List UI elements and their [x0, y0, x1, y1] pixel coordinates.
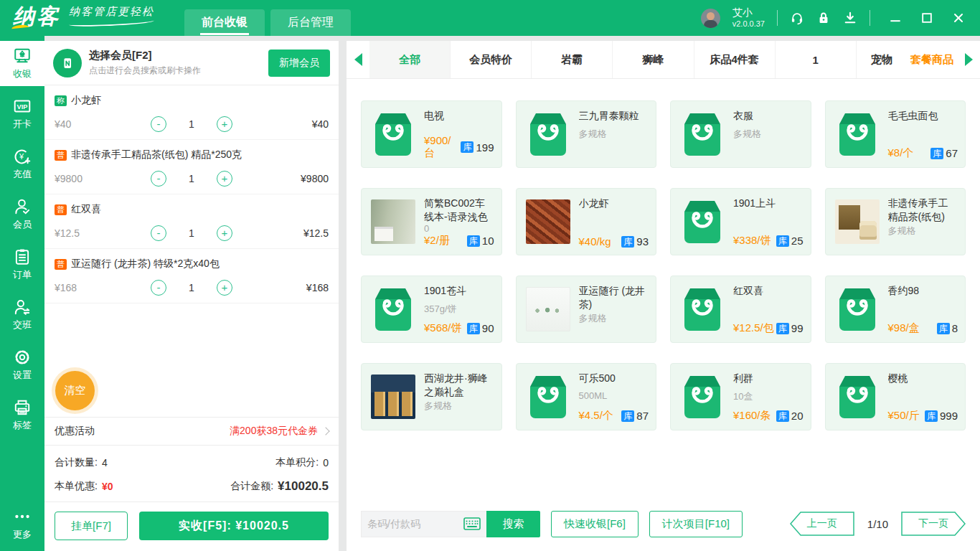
sidebar-item-recharge[interactable]: ¥ 充值 [0, 141, 44, 187]
product-price: ¥12.5/包 [733, 321, 774, 335]
category-tab-1[interactable]: 1 [775, 41, 856, 78]
product-name: 香约98 [888, 284, 958, 298]
cart-item[interactable]: 称 小龙虾 ¥40 - 1 + ¥40 [44, 85, 339, 140]
product-name: 非遗传承手工精品茶(纸包) [888, 197, 958, 224]
product-card[interactable]: 电视 ¥900/台 库199 [361, 100, 502, 168]
hold-order-button[interactable]: 挂单[F7] [55, 512, 128, 540]
product-price: ¥50/斤 [888, 409, 920, 423]
sidebar-item-more[interactable]: 更多 [0, 501, 44, 547]
sidebar-item-open-card[interactable]: VIP 开卡 [0, 91, 44, 136]
category-scroll-right-button[interactable] [957, 41, 980, 78]
product-card[interactable]: 三九胃泰颗粒 多规格 [516, 100, 657, 168]
cart-item[interactable]: 普 非遗传承手工精品茶(纸包) 精品*250克 ¥9800 - 1 + ¥980… [44, 140, 339, 194]
support-icon[interactable] [790, 11, 804, 25]
product-bag-icon [526, 374, 570, 420]
qty-minus-button[interactable]: - [151, 116, 166, 132]
sidebar-item-label-print[interactable]: 标签 [0, 392, 44, 438]
product-price: ¥160/条 [733, 409, 771, 423]
product-bag-icon [680, 374, 725, 420]
total-qty-label: 合计数量: [55, 456, 98, 469]
product-photo [526, 199, 570, 244]
product-card[interactable]: 香约98 ¥98/盒 库8 [825, 276, 966, 343]
product-card[interactable]: 西湖龙井·狮峰之巅礼盒 多规格 [361, 363, 502, 430]
stock-badge: 库 [930, 148, 943, 159]
qty-minus-button[interactable]: - [151, 225, 166, 241]
category-tab-member-special[interactable]: 会员特价 [450, 41, 531, 78]
product-card[interactable]: 小龙虾 ¥40/kg 库93 [516, 188, 657, 255]
qty-plus-button[interactable]: + [217, 116, 232, 132]
search-button[interactable]: 搜索 [486, 511, 540, 537]
count-item-button[interactable]: 计次项目[F10] [649, 511, 743, 537]
category-tab-bedding[interactable]: 床品4件套 [694, 41, 775, 78]
promo-row[interactable]: 优惠活动 满200获38元代金券 [44, 417, 339, 446]
barcode-search-input[interactable] [367, 518, 463, 529]
chevron-right-icon [321, 427, 329, 435]
category-tab-package[interactable]: 套餐商品 [907, 41, 957, 78]
add-member-button[interactable]: 新增会员 [268, 50, 330, 77]
cart-item[interactable]: 普 亚运随行 (龙井茶) 特级*2克x40包 ¥168 - 1 + ¥168 [44, 249, 339, 303]
cart-item-name: 非遗传承手工精品茶(纸包) 精品*250克 [71, 149, 242, 161]
product-name: 小龙虾 [579, 197, 649, 210]
stock-badge: 库 [776, 323, 789, 334]
product-card[interactable]: 毛毛虫面包 ¥8/个 库67 [825, 100, 966, 168]
vip-card-icon: VIP [13, 97, 32, 116]
product-card[interactable]: 利群 10盒 ¥160/条 库20 [670, 363, 811, 430]
category-scroll-left-button[interactable] [347, 41, 369, 78]
lock-icon[interactable] [816, 11, 831, 25]
sidebar-item-label: 标签 [13, 419, 32, 432]
sidebar-item-label: 充值 [13, 168, 32, 181]
category-tab-yanba[interactable]: 岩霸 [531, 41, 612, 78]
product-price: ¥338/饼 [733, 234, 771, 248]
qty-minus-button[interactable]: - [151, 171, 166, 187]
product-card[interactable]: 可乐500 500ML ¥4.5/个 库87 [516, 363, 657, 430]
points-value: 0 [323, 457, 329, 468]
prev-page-button[interactable]: 上一页 [790, 512, 854, 536]
sidebar-item-shift[interactable]: 交班 [0, 292, 44, 337]
next-page-button[interactable]: 下一页 [901, 512, 966, 536]
quick-cashier-button[interactable]: 快速收银[F6] [551, 511, 639, 537]
product-card[interactable]: 1901上斗 ¥338/饼 库25 [670, 188, 811, 255]
category-tab-all[interactable]: 全部 [369, 41, 450, 78]
sidebar-item-orders[interactable]: 订单 [0, 242, 44, 287]
action-row: 挂单[F7] 实收[F5]: ¥10020.5 [44, 501, 339, 551]
product-spec: 多规格 [579, 128, 649, 141]
product-stock: 库8 [937, 322, 958, 334]
discount-value: ¥0 [102, 481, 113, 492]
keyboard-icon[interactable] [463, 517, 481, 530]
maximize-icon[interactable] [920, 11, 934, 25]
tab-backend-manage[interactable]: 后台管理 [270, 9, 351, 36]
cart-item[interactable]: 普 红双喜 ¥12.5 - 1 + ¥12.5 [44, 194, 339, 249]
product-card[interactable]: 1901苍斗 357g/饼 ¥568/饼 库90 [361, 276, 502, 343]
download-icon[interactable] [843, 11, 857, 25]
more-dots-icon [13, 507, 32, 526]
cart-list: 称 小龙虾 ¥40 - 1 + ¥40 普 非遗传承手工精品茶(纸包) 精品*2… [44, 85, 339, 417]
clear-cart-button[interactable]: 清空 [55, 371, 95, 410]
product-card[interactable]: 亚运随行 (龙井茶) 多规格 [516, 276, 657, 343]
product-card[interactable]: 非遗传承手工精品茶(纸包) 多规格 [825, 188, 966, 255]
qty-plus-button[interactable]: + [217, 171, 232, 187]
product-card[interactable]: 樱桃 ¥50/斤 库999 [825, 363, 966, 430]
sidebar-item-members[interactable]: 会员 [0, 192, 44, 237]
category-tab-pets[interactable]: 宠物 [856, 41, 907, 78]
sidebar-item-cashier[interactable]: 收银 [0, 41, 44, 86]
qty-plus-button[interactable]: + [217, 225, 232, 241]
logo-text: 纳客 [13, 6, 60, 27]
tab-front-cashier[interactable]: 前台收银 [184, 9, 265, 36]
user-avatar[interactable] [701, 9, 720, 28]
user-name: 艾小 [732, 6, 765, 19]
category-tab-shifeng[interactable]: 狮峰 [612, 41, 693, 78]
minimize-icon[interactable] [888, 11, 903, 25]
product-card[interactable]: 红双喜 ¥12.5/包 库99 [670, 276, 811, 343]
product-card[interactable]: 简繁BC002车线本-语录浅色 0 ¥2/册 库10 [361, 188, 502, 255]
product-name: 衣服 [733, 109, 804, 123]
product-name: 樱桃 [888, 372, 958, 385]
product-card[interactable]: 衣服 多规格 [670, 100, 811, 168]
qty-minus-button[interactable]: - [151, 280, 166, 296]
product-price: ¥900/台 [424, 134, 461, 160]
select-member-area[interactable]: 选择会员[F2] 点击进行会员搜索或刷卡操作 新增会员 [44, 41, 339, 85]
sidebar-item-settings[interactable]: 设置 [0, 342, 44, 387]
checkout-button[interactable]: 实收[F5]: ¥10020.5 [139, 512, 329, 540]
close-icon[interactable] [951, 11, 966, 25]
product-spec: 多规格 [733, 128, 804, 141]
qty-plus-button[interactable]: + [217, 280, 232, 296]
